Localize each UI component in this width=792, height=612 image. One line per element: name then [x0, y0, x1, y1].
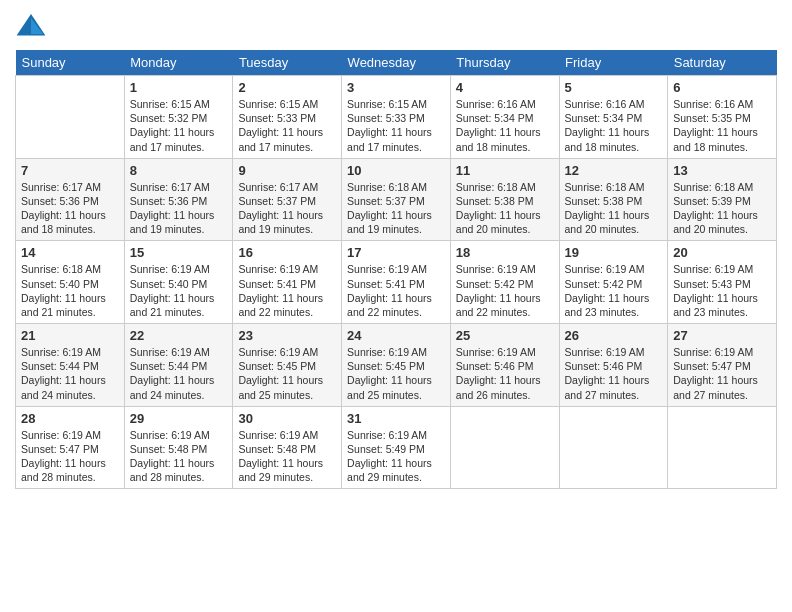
- logo: [15, 10, 51, 42]
- calendar-cell: 8Sunrise: 6:17 AM Sunset: 5:36 PM Daylig…: [124, 158, 233, 241]
- day-info: Sunrise: 6:19 AM Sunset: 5:47 PM Dayligh…: [21, 428, 119, 485]
- calendar-header-wednesday: Wednesday: [342, 50, 451, 76]
- calendar-week-3: 14Sunrise: 6:18 AM Sunset: 5:40 PM Dayli…: [16, 241, 777, 324]
- day-number: 20: [673, 245, 771, 260]
- day-info: Sunrise: 6:19 AM Sunset: 5:42 PM Dayligh…: [456, 262, 554, 319]
- day-info: Sunrise: 6:17 AM Sunset: 5:36 PM Dayligh…: [130, 180, 228, 237]
- calendar-cell: 15Sunrise: 6:19 AM Sunset: 5:40 PM Dayli…: [124, 241, 233, 324]
- calendar-cell: 13Sunrise: 6:18 AM Sunset: 5:39 PM Dayli…: [668, 158, 777, 241]
- day-number: 30: [238, 411, 336, 426]
- calendar-cell: 11Sunrise: 6:18 AM Sunset: 5:38 PM Dayli…: [450, 158, 559, 241]
- calendar-cell: 1Sunrise: 6:15 AM Sunset: 5:32 PM Daylig…: [124, 76, 233, 159]
- calendar-cell: 2Sunrise: 6:15 AM Sunset: 5:33 PM Daylig…: [233, 76, 342, 159]
- calendar-cell: 20Sunrise: 6:19 AM Sunset: 5:43 PM Dayli…: [668, 241, 777, 324]
- calendar-header-monday: Monday: [124, 50, 233, 76]
- day-number: 23: [238, 328, 336, 343]
- calendar-cell: 24Sunrise: 6:19 AM Sunset: 5:45 PM Dayli…: [342, 324, 451, 407]
- day-number: 5: [565, 80, 663, 95]
- calendar-cell: [668, 406, 777, 489]
- day-info: Sunrise: 6:18 AM Sunset: 5:38 PM Dayligh…: [565, 180, 663, 237]
- day-number: 22: [130, 328, 228, 343]
- calendar-cell: 9Sunrise: 6:17 AM Sunset: 5:37 PM Daylig…: [233, 158, 342, 241]
- calendar-cell: 7Sunrise: 6:17 AM Sunset: 5:36 PM Daylig…: [16, 158, 125, 241]
- header: [15, 10, 777, 42]
- day-info: Sunrise: 6:15 AM Sunset: 5:33 PM Dayligh…: [347, 97, 445, 154]
- day-info: Sunrise: 6:19 AM Sunset: 5:42 PM Dayligh…: [565, 262, 663, 319]
- day-number: 25: [456, 328, 554, 343]
- day-number: 16: [238, 245, 336, 260]
- day-info: Sunrise: 6:19 AM Sunset: 5:48 PM Dayligh…: [238, 428, 336, 485]
- day-info: Sunrise: 6:19 AM Sunset: 5:45 PM Dayligh…: [347, 345, 445, 402]
- day-number: 17: [347, 245, 445, 260]
- day-number: 18: [456, 245, 554, 260]
- calendar-cell: [450, 406, 559, 489]
- day-info: Sunrise: 6:19 AM Sunset: 5:40 PM Dayligh…: [130, 262, 228, 319]
- svg-marker-1: [31, 18, 43, 34]
- page-container: SundayMondayTuesdayWednesdayThursdayFrid…: [0, 0, 792, 612]
- day-info: Sunrise: 6:16 AM Sunset: 5:34 PM Dayligh…: [456, 97, 554, 154]
- calendar-cell: 22Sunrise: 6:19 AM Sunset: 5:44 PM Dayli…: [124, 324, 233, 407]
- calendar-cell: [16, 76, 125, 159]
- calendar-cell: [559, 406, 668, 489]
- day-info: Sunrise: 6:17 AM Sunset: 5:37 PM Dayligh…: [238, 180, 336, 237]
- calendar-header-tuesday: Tuesday: [233, 50, 342, 76]
- day-info: Sunrise: 6:19 AM Sunset: 5:47 PM Dayligh…: [673, 345, 771, 402]
- calendar-week-5: 28Sunrise: 6:19 AM Sunset: 5:47 PM Dayli…: [16, 406, 777, 489]
- calendar-cell: 18Sunrise: 6:19 AM Sunset: 5:42 PM Dayli…: [450, 241, 559, 324]
- day-number: 3: [347, 80, 445, 95]
- day-info: Sunrise: 6:19 AM Sunset: 5:49 PM Dayligh…: [347, 428, 445, 485]
- calendar-cell: 3Sunrise: 6:15 AM Sunset: 5:33 PM Daylig…: [342, 76, 451, 159]
- day-number: 8: [130, 163, 228, 178]
- calendar-cell: 31Sunrise: 6:19 AM Sunset: 5:49 PM Dayli…: [342, 406, 451, 489]
- calendar-cell: 12Sunrise: 6:18 AM Sunset: 5:38 PM Dayli…: [559, 158, 668, 241]
- calendar-week-1: 1Sunrise: 6:15 AM Sunset: 5:32 PM Daylig…: [16, 76, 777, 159]
- day-info: Sunrise: 6:16 AM Sunset: 5:34 PM Dayligh…: [565, 97, 663, 154]
- calendar-cell: 25Sunrise: 6:19 AM Sunset: 5:46 PM Dayli…: [450, 324, 559, 407]
- calendar-week-2: 7Sunrise: 6:17 AM Sunset: 5:36 PM Daylig…: [16, 158, 777, 241]
- calendar-header-row: SundayMondayTuesdayWednesdayThursdayFrid…: [16, 50, 777, 76]
- day-number: 19: [565, 245, 663, 260]
- day-number: 11: [456, 163, 554, 178]
- calendar-cell: 17Sunrise: 6:19 AM Sunset: 5:41 PM Dayli…: [342, 241, 451, 324]
- day-info: Sunrise: 6:15 AM Sunset: 5:32 PM Dayligh…: [130, 97, 228, 154]
- day-info: Sunrise: 6:19 AM Sunset: 5:41 PM Dayligh…: [347, 262, 445, 319]
- day-info: Sunrise: 6:19 AM Sunset: 5:45 PM Dayligh…: [238, 345, 336, 402]
- day-number: 9: [238, 163, 336, 178]
- calendar-cell: 26Sunrise: 6:19 AM Sunset: 5:46 PM Dayli…: [559, 324, 668, 407]
- calendar-week-4: 21Sunrise: 6:19 AM Sunset: 5:44 PM Dayli…: [16, 324, 777, 407]
- day-number: 2: [238, 80, 336, 95]
- day-info: Sunrise: 6:17 AM Sunset: 5:36 PM Dayligh…: [21, 180, 119, 237]
- calendar-cell: 27Sunrise: 6:19 AM Sunset: 5:47 PM Dayli…: [668, 324, 777, 407]
- day-number: 13: [673, 163, 771, 178]
- calendar-header-friday: Friday: [559, 50, 668, 76]
- day-info: Sunrise: 6:19 AM Sunset: 5:48 PM Dayligh…: [130, 428, 228, 485]
- day-info: Sunrise: 6:18 AM Sunset: 5:40 PM Dayligh…: [21, 262, 119, 319]
- calendar-cell: 28Sunrise: 6:19 AM Sunset: 5:47 PM Dayli…: [16, 406, 125, 489]
- calendar-cell: 21Sunrise: 6:19 AM Sunset: 5:44 PM Dayli…: [16, 324, 125, 407]
- day-info: Sunrise: 6:15 AM Sunset: 5:33 PM Dayligh…: [238, 97, 336, 154]
- calendar-cell: 4Sunrise: 6:16 AM Sunset: 5:34 PM Daylig…: [450, 76, 559, 159]
- calendar-cell: 14Sunrise: 6:18 AM Sunset: 5:40 PM Dayli…: [16, 241, 125, 324]
- day-info: Sunrise: 6:19 AM Sunset: 5:44 PM Dayligh…: [21, 345, 119, 402]
- day-info: Sunrise: 6:19 AM Sunset: 5:44 PM Dayligh…: [130, 345, 228, 402]
- day-number: 15: [130, 245, 228, 260]
- day-number: 29: [130, 411, 228, 426]
- day-number: 10: [347, 163, 445, 178]
- day-number: 1: [130, 80, 228, 95]
- day-number: 6: [673, 80, 771, 95]
- day-info: Sunrise: 6:18 AM Sunset: 5:39 PM Dayligh…: [673, 180, 771, 237]
- calendar-cell: 29Sunrise: 6:19 AM Sunset: 5:48 PM Dayli…: [124, 406, 233, 489]
- day-number: 31: [347, 411, 445, 426]
- day-info: Sunrise: 6:18 AM Sunset: 5:37 PM Dayligh…: [347, 180, 445, 237]
- calendar-cell: 23Sunrise: 6:19 AM Sunset: 5:45 PM Dayli…: [233, 324, 342, 407]
- day-info: Sunrise: 6:19 AM Sunset: 5:46 PM Dayligh…: [456, 345, 554, 402]
- day-number: 12: [565, 163, 663, 178]
- calendar-table: SundayMondayTuesdayWednesdayThursdayFrid…: [15, 50, 777, 489]
- day-info: Sunrise: 6:18 AM Sunset: 5:38 PM Dayligh…: [456, 180, 554, 237]
- calendar-cell: 30Sunrise: 6:19 AM Sunset: 5:48 PM Dayli…: [233, 406, 342, 489]
- day-number: 4: [456, 80, 554, 95]
- calendar-header-sunday: Sunday: [16, 50, 125, 76]
- day-info: Sunrise: 6:16 AM Sunset: 5:35 PM Dayligh…: [673, 97, 771, 154]
- calendar-header-saturday: Saturday: [668, 50, 777, 76]
- calendar-cell: 19Sunrise: 6:19 AM Sunset: 5:42 PM Dayli…: [559, 241, 668, 324]
